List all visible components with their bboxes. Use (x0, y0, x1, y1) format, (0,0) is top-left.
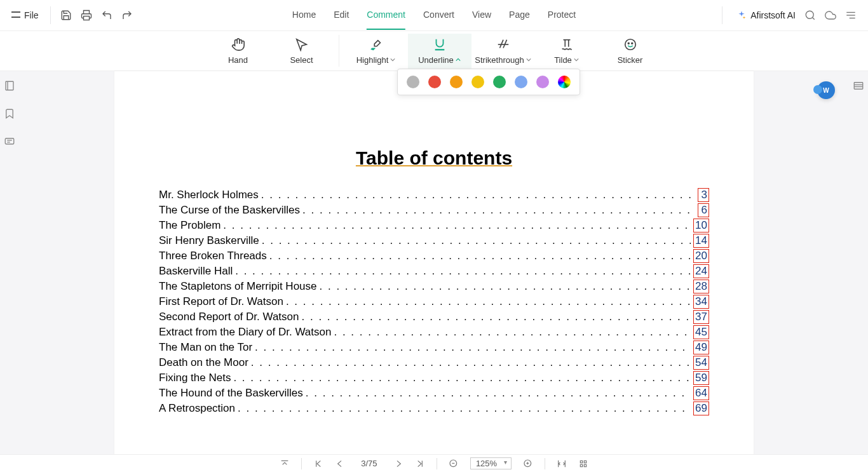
color-custom[interactable] (558, 76, 571, 88)
next-page-icon[interactable] (393, 459, 403, 469)
redo-icon (121, 10, 133, 21)
hand-label: Hand (228, 55, 248, 65)
last-page-icon[interactable] (415, 459, 425, 469)
color-purple[interactable] (536, 76, 549, 88)
more-icon[interactable] (845, 10, 857, 21)
separator (437, 458, 437, 469)
word-export-badge[interactable]: W (817, 81, 835, 99)
tool-highlight[interactable]: Highlight (344, 34, 408, 69)
toc-page-number[interactable]: 49 (693, 341, 709, 354)
toc-page-number[interactable]: 34 (693, 295, 709, 309)
document-viewport[interactable]: Table of contents Mr. Sherlock Holmes . … (114, 71, 754, 454)
toc-chapter-title: The Stapletons of Merripit House (159, 280, 317, 293)
select-label: Select (290, 55, 313, 65)
tab-comment[interactable]: Comment (367, 1, 405, 30)
tab-page[interactable]: Page (509, 1, 530, 30)
file-menu[interactable]: File (5, 10, 45, 20)
toc-page-number[interactable]: 28 (693, 280, 709, 293)
tilde-label: Tilde (554, 55, 579, 65)
tool-hand[interactable]: Hand (207, 34, 270, 69)
svg-point-12 (628, 43, 629, 44)
toc-row: The Man on the Tor . . . . . . . . . . .… (159, 341, 709, 354)
toc-chapter-title: Extract from the Diary of Dr. Watson (159, 326, 331, 339)
color-yellow[interactable] (471, 76, 484, 88)
undo-button[interactable] (97, 5, 117, 25)
annotation-icon[interactable] (4, 136, 15, 147)
toc-page-number[interactable]: 20 (693, 249, 709, 263)
thumbnail-icon[interactable] (4, 80, 15, 91)
document-page: Table of contents Mr. Sherlock Holmes . … (114, 71, 754, 442)
separator (301, 458, 302, 469)
page-top-icon[interactable] (280, 459, 290, 469)
toc-dots: . . . . . . . . . . . . . . . . . . . . … (306, 387, 691, 400)
toc-dots: . . . . . . . . . . . . . . . . . . . . … (286, 295, 691, 308)
toc-page-number[interactable]: 6 (698, 203, 709, 217)
toc-page-number[interactable]: 37 (693, 310, 709, 324)
zoom-select[interactable]: 125% (470, 457, 512, 469)
sticker-label: Sticker (618, 55, 643, 65)
svg-rect-15 (5, 138, 14, 144)
toc-page-number[interactable]: 14 (693, 234, 709, 248)
color-green[interactable] (493, 76, 506, 88)
tool-sticker[interactable]: Sticker (599, 34, 662, 69)
prev-page-icon[interactable] (335, 459, 345, 469)
toc-dots: . . . . . . . . . . . . . . . . . . . . … (261, 189, 695, 201)
print-icon (81, 10, 92, 21)
fit-width-icon[interactable] (557, 459, 567, 469)
underline-label: Underline (418, 55, 461, 65)
toc-chapter-title: A Retrospection (159, 402, 235, 415)
ai-button[interactable]: Afirstsoft AI (736, 10, 796, 20)
color-gray[interactable] (407, 76, 419, 88)
separator (545, 458, 545, 469)
tab-edit[interactable]: Edit (334, 1, 349, 30)
svg-rect-0 (83, 17, 89, 20)
tool-tilde[interactable]: Tilde (535, 34, 599, 69)
toc-dots: . . . . . . . . . . . . . . . . . . . . … (223, 219, 691, 232)
zoom-in-icon[interactable] (523, 459, 533, 469)
toc-chapter-title: The Problem (159, 219, 220, 232)
toc-page-number[interactable]: 10 (693, 219, 709, 233)
toc-dots: . . . . . . . . . . . . . . . . . . . . … (301, 311, 691, 323)
color-orange[interactable] (450, 76, 463, 88)
color-red[interactable] (428, 76, 441, 88)
tool-underline[interactable]: Underline (408, 34, 471, 69)
tab-convert[interactable]: Convert (423, 1, 454, 30)
color-blue[interactable] (515, 76, 527, 88)
tab-home[interactable]: Home (292, 1, 316, 30)
toc-page-number[interactable]: 3 (698, 188, 709, 202)
toc-page-number[interactable]: 64 (693, 386, 709, 400)
panel-icon[interactable] (853, 80, 864, 91)
search-icon[interactable] (804, 10, 816, 21)
cloud-icon[interactable] (825, 10, 836, 21)
toc-page-number[interactable]: 59 (693, 371, 709, 385)
toc-row: The Curse of the Baskervilles . . . . . … (159, 203, 709, 217)
page-indicator[interactable]: 3/75 (356, 459, 382, 468)
toc-chapter-title: Second Report of Dr. Watson (159, 311, 299, 323)
strikethrough-label: Strikethrough (475, 55, 531, 65)
svg-rect-32 (584, 461, 586, 462)
tab-view[interactable]: View (472, 1, 491, 30)
toc-row: The Hound of the Baskervilles . . . . . … (159, 386, 709, 400)
zoom-out-icon[interactable] (449, 459, 459, 469)
toc-page-number[interactable]: 45 (693, 325, 709, 339)
toc-page-number[interactable]: 54 (693, 356, 709, 370)
color-picker-popup (397, 69, 580, 95)
toc-row: Second Report of Dr. Watson . . . . . . … (159, 310, 709, 324)
svg-rect-14 (6, 81, 13, 90)
toc-row: Baskerville Hall . . . . . . . . . . . .… (159, 264, 709, 278)
redo-button[interactable] (117, 5, 137, 25)
fit-page-icon[interactable] (578, 459, 588, 469)
save-button[interactable] (56, 5, 76, 25)
tab-protect[interactable]: Protect (548, 1, 576, 30)
toc-page-number[interactable]: 69 (693, 401, 709, 415)
file-label: File (24, 10, 39, 20)
print-button[interactable] (76, 5, 97, 25)
toc-dots: . . . . . . . . . . . . . . . . . . . . … (334, 326, 691, 339)
toc-page-number[interactable]: 24 (693, 264, 709, 278)
bookmark-icon[interactable] (4, 108, 15, 119)
first-page-icon[interactable] (313, 459, 323, 469)
toc-row: Fixing the Nets . . . . . . . . . . . . … (159, 371, 709, 385)
tool-select[interactable]: Select (270, 34, 334, 69)
tool-strikethrough[interactable]: Strikethrough (471, 34, 535, 69)
svg-rect-34 (584, 464, 586, 466)
